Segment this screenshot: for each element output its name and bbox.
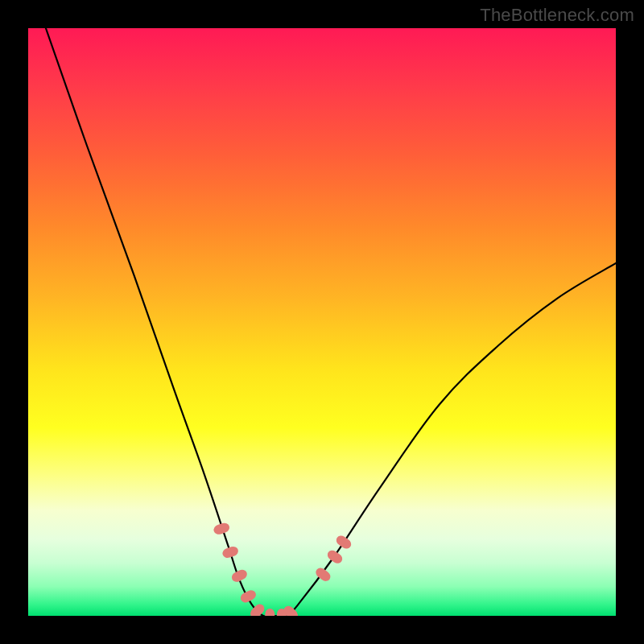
chart-frame: TheBottleneck.com [0, 0, 644, 644]
watermark-text: TheBottleneck.com [480, 5, 634, 26]
bottleneck-curve-path [46, 28, 616, 616]
curve-svg [28, 28, 616, 616]
curve-marker [239, 588, 258, 605]
curve-marker [221, 545, 240, 559]
curve-marker [213, 522, 231, 536]
curve-marker [265, 609, 275, 616]
curve-marker [334, 534, 353, 551]
plot-area [28, 28, 616, 616]
marker-group [213, 522, 353, 616]
curve-marker [325, 548, 344, 565]
